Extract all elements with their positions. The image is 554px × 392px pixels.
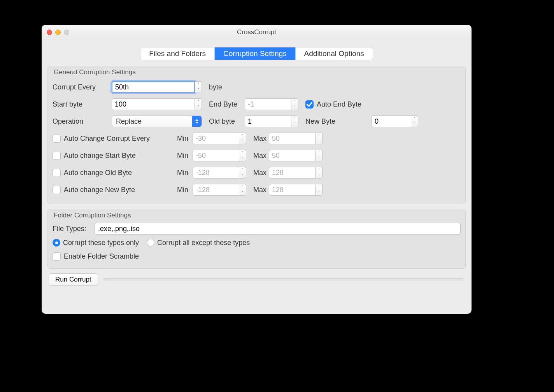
old-byte-label: Old byte bbox=[209, 117, 245, 126]
end-byte-label: End Byte bbox=[209, 100, 245, 108]
auto-checkbox-1[interactable] bbox=[53, 152, 61, 160]
stepper-buttons[interactable]: ˄˅ bbox=[195, 98, 202, 110]
auto-checkbox-2[interactable] bbox=[53, 169, 61, 177]
auto-max-input-3[interactable] bbox=[269, 184, 316, 196]
auto-checkbox-0[interactable] bbox=[53, 135, 61, 143]
tab-corruption-settings[interactable]: Corruption Settings bbox=[215, 47, 296, 60]
min-label: Min bbox=[177, 186, 193, 194]
radio-corrupt-only[interactable] bbox=[53, 239, 60, 247]
auto-max-input-0[interactable] bbox=[269, 133, 316, 144]
stepper-buttons[interactable]: ˄˅ bbox=[239, 184, 246, 196]
stepper-buttons[interactable]: ˄˅ bbox=[316, 150, 323, 161]
old-byte-input[interactable] bbox=[245, 116, 291, 127]
auto-max-stepper-1[interactable]: ˄˅ bbox=[269, 150, 323, 161]
radio-corrupt-except[interactable] bbox=[147, 239, 154, 247]
old-byte-stepper[interactable]: ˄˅ bbox=[245, 116, 298, 127]
end-byte-stepper[interactable]: ˄˅ bbox=[245, 98, 298, 110]
enable-folder-scramble-label: Enable Folder Scramble bbox=[64, 252, 139, 261]
end-byte-input[interactable] bbox=[245, 98, 291, 110]
progress-bar bbox=[103, 278, 463, 281]
general-corruption-group: General Corruption Settings Corrupt Ever… bbox=[47, 66, 466, 204]
new-byte-stepper[interactable]: ˄˅ bbox=[372, 116, 418, 127]
auto-label-2: Auto change Old Byte bbox=[64, 169, 132, 177]
start-byte-input[interactable] bbox=[112, 98, 195, 110]
tab-bar: Files and Folders Corruption Settings Ad… bbox=[140, 47, 373, 60]
auto-max-stepper-2[interactable]: ˄˅ bbox=[269, 167, 323, 178]
chevron-updown-icon bbox=[192, 116, 202, 127]
stepper-buttons[interactable]: ˄˅ bbox=[316, 167, 323, 178]
min-label: Min bbox=[177, 152, 193, 160]
auto-min-input-0[interactable] bbox=[193, 133, 239, 144]
stepper-buttons[interactable]: ˄˅ bbox=[239, 133, 246, 144]
auto-max-stepper-3[interactable]: ˄˅ bbox=[269, 184, 323, 196]
window-title: CrossCorrupt bbox=[42, 28, 472, 36]
stepper-buttons[interactable]: ˄˅ bbox=[316, 133, 323, 144]
corrupt-every-label: Corrupt Every bbox=[53, 83, 112, 91]
corrupt-every-input[interactable] bbox=[112, 81, 195, 93]
max-label: Max bbox=[253, 135, 269, 143]
run-corrupt-button[interactable]: Run Corrupt bbox=[49, 273, 98, 286]
auto-max-stepper-0[interactable]: ˄˅ bbox=[269, 133, 323, 144]
auto-label-1: Auto change Start Byte bbox=[64, 152, 136, 160]
auto-label-0: Auto Change Corrupt Every bbox=[64, 135, 150, 143]
operation-select[interactable]: Replace bbox=[112, 116, 202, 127]
stepper-buttons[interactable]: ˄˅ bbox=[291, 98, 298, 110]
auto-min-stepper-0[interactable]: ˄˅ bbox=[193, 133, 246, 144]
enable-folder-scramble-checkbox[interactable] bbox=[53, 252, 61, 261]
max-label: Max bbox=[253, 169, 269, 177]
max-label: Max bbox=[253, 186, 269, 194]
app-window: CrossCorrupt Files and Folders Corruptio… bbox=[42, 25, 472, 314]
auto-min-stepper-3[interactable]: ˄˅ bbox=[193, 184, 246, 196]
stepper-buttons[interactable]: ˄˅ bbox=[316, 184, 323, 196]
max-label: Max bbox=[253, 152, 269, 160]
file-types-label: File Types: bbox=[53, 225, 95, 233]
auto-min-input-3[interactable] bbox=[193, 184, 239, 196]
folder-corruption-group: Folder Corruption Settings File Types: C… bbox=[47, 209, 466, 269]
auto-end-byte-checkbox[interactable] bbox=[305, 100, 314, 108]
new-byte-label: New Byte bbox=[305, 117, 372, 126]
operation-value: Replace bbox=[112, 117, 192, 126]
radio-corrupt-only-label: Corrupt these types only bbox=[63, 239, 139, 247]
auto-min-input-1[interactable] bbox=[193, 150, 239, 161]
stepper-buttons[interactable]: ˄˅ bbox=[195, 81, 202, 93]
radio-corrupt-except-label: Corrupt all except these types bbox=[157, 239, 250, 247]
auto-min-stepper-1[interactable]: ˄˅ bbox=[193, 150, 246, 161]
folder-group-title: Folder Corruption Settings bbox=[54, 212, 461, 219]
min-label: Min bbox=[177, 135, 193, 143]
new-byte-input[interactable] bbox=[372, 116, 411, 127]
stepper-buttons[interactable]: ˄˅ bbox=[239, 167, 246, 178]
auto-min-stepper-2[interactable]: ˄˅ bbox=[193, 167, 246, 178]
byte-label: byte bbox=[209, 83, 222, 91]
start-byte-label: Start byte bbox=[53, 100, 112, 108]
auto-max-input-1[interactable] bbox=[269, 150, 316, 161]
general-group-title: General Corruption Settings bbox=[54, 68, 461, 76]
operation-label: Operation bbox=[53, 117, 112, 126]
auto-checkbox-3[interactable] bbox=[53, 186, 61, 194]
stepper-buttons[interactable]: ˄˅ bbox=[239, 150, 246, 161]
auto-label-3: Auto change New Byte bbox=[64, 186, 135, 194]
tab-files-folders[interactable]: Files and Folders bbox=[140, 47, 215, 60]
min-label: Min bbox=[177, 169, 193, 177]
file-types-input[interactable] bbox=[95, 223, 461, 234]
tab-additional-options[interactable]: Additional Options bbox=[296, 47, 373, 60]
stepper-buttons[interactable]: ˄˅ bbox=[291, 116, 298, 127]
stepper-buttons[interactable]: ˄˅ bbox=[411, 116, 418, 127]
auto-max-input-2[interactable] bbox=[269, 167, 316, 178]
auto-min-input-2[interactable] bbox=[193, 167, 239, 178]
titlebar: CrossCorrupt bbox=[42, 25, 472, 40]
auto-end-byte-label: Auto End Byte bbox=[317, 100, 361, 108]
start-byte-stepper[interactable]: ˄˅ bbox=[112, 98, 202, 110]
corrupt-every-stepper[interactable]: ˄˅ bbox=[112, 81, 202, 93]
